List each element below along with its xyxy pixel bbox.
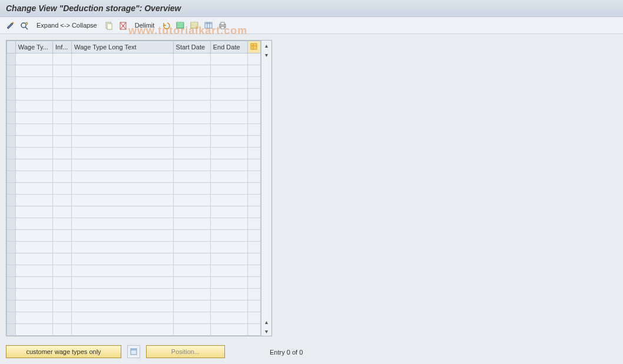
cell[interactable] <box>173 195 210 206</box>
cell[interactable] <box>247 183 260 195</box>
cell[interactable] <box>173 242 210 253</box>
cell[interactable] <box>15 265 52 277</box>
cell[interactable] <box>247 171 260 183</box>
vertical-scrollbar[interactable]: ▴ ▾ ▴ ▾ <box>261 41 271 336</box>
cell[interactable] <box>210 101 247 112</box>
cell[interactable] <box>15 148 52 159</box>
row-selector[interactable] <box>7 112 16 124</box>
row-selector[interactable] <box>7 195 16 206</box>
cell[interactable] <box>15 89 52 101</box>
cell[interactable] <box>53 124 72 136</box>
cell[interactable] <box>72 206 174 218</box>
cell[interactable] <box>15 277 52 289</box>
row-selector[interactable] <box>7 183 16 195</box>
table-row[interactable] <box>7 148 261 159</box>
row-selector[interactable] <box>7 77 16 89</box>
cell[interactable] <box>53 324 72 336</box>
customer-wage-types-button[interactable]: customer wage types only <box>6 345 121 358</box>
cell[interactable] <box>53 230 72 242</box>
cell[interactable] <box>173 183 210 195</box>
cell[interactable] <box>72 136 174 148</box>
cell[interactable] <box>53 148 72 159</box>
cell[interactable] <box>15 171 52 183</box>
cell[interactable] <box>210 265 247 277</box>
cell[interactable] <box>210 253 247 265</box>
other-view-icon[interactable] <box>19 19 31 31</box>
cell[interactable] <box>173 324 210 336</box>
row-selector[interactable] <box>7 89 16 101</box>
cell[interactable] <box>72 300 174 312</box>
cell[interactable] <box>210 206 247 218</box>
cell[interactable] <box>173 218 210 230</box>
table-row[interactable] <box>7 89 261 101</box>
undo-icon[interactable] <box>160 19 172 31</box>
cell[interactable] <box>247 242 260 253</box>
row-selector[interactable] <box>7 242 16 253</box>
cell[interactable] <box>72 112 174 124</box>
cell[interactable] <box>53 195 72 206</box>
cell[interactable] <box>210 277 247 289</box>
row-selector[interactable] <box>7 101 16 112</box>
cell[interactable] <box>173 265 210 277</box>
cell[interactable] <box>173 65 210 77</box>
cell[interactable] <box>15 312 52 324</box>
cell[interactable] <box>210 312 247 324</box>
table-row[interactable] <box>7 101 261 112</box>
cell[interactable] <box>15 230 52 242</box>
cell[interactable] <box>53 112 72 124</box>
cell[interactable] <box>15 300 52 312</box>
cell[interactable] <box>247 253 260 265</box>
cell[interactable] <box>15 54 52 65</box>
cell[interactable] <box>53 101 72 112</box>
delete-icon[interactable] <box>117 19 129 31</box>
cell[interactable] <box>53 253 72 265</box>
cell[interactable] <box>15 159 52 171</box>
cell[interactable] <box>53 159 72 171</box>
cell[interactable] <box>210 242 247 253</box>
cell[interactable] <box>210 183 247 195</box>
cell[interactable] <box>247 289 260 300</box>
table-settings-icon[interactable] <box>203 19 214 31</box>
row-selector[interactable] <box>7 124 16 136</box>
cell[interactable] <box>210 124 247 136</box>
cell[interactable] <box>210 159 247 171</box>
cell[interactable] <box>72 218 174 230</box>
row-selector[interactable] <box>7 230 16 242</box>
cell[interactable] <box>72 183 174 195</box>
copy-icon[interactable] <box>103 19 115 31</box>
scroll-up-icon[interactable]: ▴ <box>262 41 271 50</box>
table-row[interactable] <box>7 289 261 300</box>
cell[interactable] <box>15 324 52 336</box>
cell[interactable] <box>247 230 260 242</box>
cell[interactable] <box>53 242 72 253</box>
cell[interactable] <box>72 265 174 277</box>
cell[interactable] <box>15 136 52 148</box>
cell[interactable] <box>247 148 260 159</box>
table-row[interactable] <box>7 124 261 136</box>
table-row[interactable] <box>7 206 261 218</box>
cell[interactable] <box>72 124 174 136</box>
cell[interactable] <box>247 300 260 312</box>
toggle-display-change-icon[interactable] <box>5 19 16 31</box>
cell[interactable] <box>15 77 52 89</box>
table-row[interactable] <box>7 54 261 65</box>
scroll-down-bottom-icon[interactable]: ▾ <box>262 326 271 336</box>
cell[interactable] <box>72 242 174 253</box>
cell[interactable] <box>173 253 210 265</box>
row-selector[interactable] <box>7 54 16 65</box>
delimit-button[interactable]: Delimit <box>131 19 158 31</box>
cell[interactable] <box>53 183 72 195</box>
cell[interactable] <box>15 253 52 265</box>
table-row[interactable] <box>7 65 261 77</box>
row-selector[interactable] <box>7 277 16 289</box>
cell[interactable] <box>53 171 72 183</box>
cell[interactable] <box>247 124 260 136</box>
cell[interactable] <box>15 195 52 206</box>
cell[interactable] <box>173 136 210 148</box>
cell[interactable] <box>72 159 174 171</box>
cell[interactable] <box>173 54 210 65</box>
cell[interactable] <box>247 77 260 89</box>
cell[interactable] <box>247 312 260 324</box>
row-selector[interactable] <box>7 206 16 218</box>
cell[interactable] <box>173 312 210 324</box>
